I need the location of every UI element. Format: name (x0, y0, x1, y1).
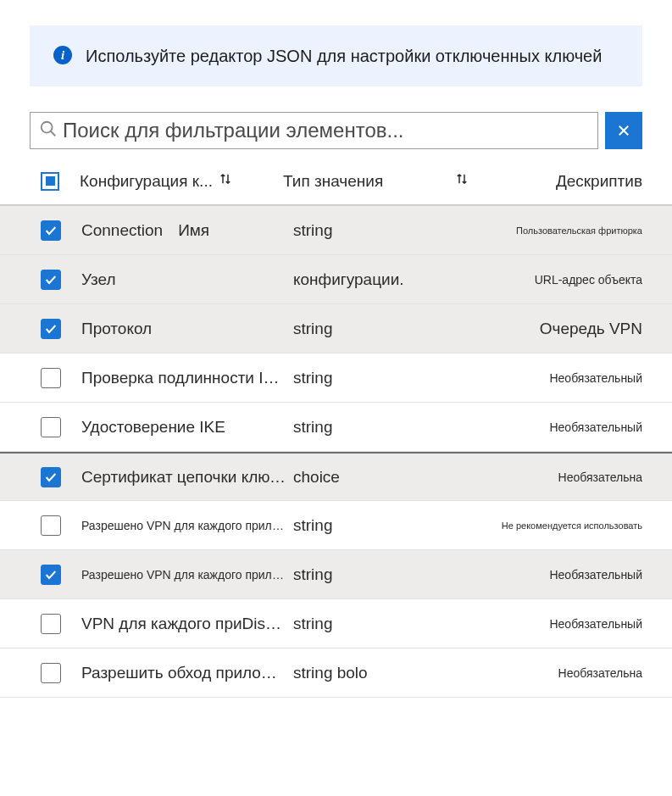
cell-description: Не рекомендуется использовать (454, 520, 642, 531)
row-checkbox[interactable] (41, 319, 61, 339)
column-header-config-label: Конфигурация к... (80, 172, 213, 191)
config-table: Конфигурация к... Тип значения Дескрипти… (0, 161, 672, 698)
cell-config: Узел (81, 270, 293, 289)
table-row[interactable]: VPN для каждого приDisallewияstringНеобя… (0, 599, 672, 648)
cell-config: Сертификат цепочки ключей... (81, 468, 293, 487)
info-icon: i (53, 46, 72, 64)
table-row[interactable]: Удостоверение IKEstringНеобязательный (0, 403, 672, 452)
cell-config: Разрешено VPN для каждого приложения (81, 568, 293, 582)
cell-description: Пользовательская фритюрка (454, 225, 642, 236)
search-input[interactable] (63, 119, 589, 142)
info-banner-text: Используйте редактор JSON для настройки … (86, 44, 602, 68)
cell-type: string (293, 320, 454, 338)
cell-type: string bolo (293, 664, 454, 682)
cell-description: URL-адрес объекта (454, 273, 642, 287)
row-checkbox[interactable] (41, 565, 61, 585)
svg-point-0 (42, 122, 53, 133)
table-header: Конфигурация к... Тип значения Дескрипти… (0, 161, 672, 206)
cell-description: Необязательный (454, 617, 642, 631)
clear-search-button[interactable] (605, 112, 642, 149)
table-row[interactable]: ПротоколstringОчередь VPN (0, 304, 672, 353)
cell-description: Необязательна (454, 666, 642, 680)
search-icon (39, 120, 58, 142)
cell-description: Необязательный (454, 371, 642, 385)
cell-config: ConnectionИмя (81, 221, 293, 240)
cell-type: string (293, 565, 454, 584)
cell-type: string (293, 418, 454, 437)
column-header-description[interactable]: Дескриптив (469, 172, 642, 191)
table-row[interactable]: Разрешить обход приложенийstring boloНео… (0, 648, 672, 698)
cell-type: string (293, 516, 454, 535)
table-row[interactable]: Сертификат цепочки ключей...choiceНеобяз… (0, 452, 672, 501)
table-row[interactable]: Узелконфигурации.URL-адрес объекта (0, 255, 672, 304)
row-checkbox[interactable] (41, 220, 61, 241)
cell-type: string (293, 369, 454, 387)
cell-description: Очередь VPN (454, 320, 642, 338)
svg-line-1 (51, 131, 56, 136)
row-checkbox[interactable] (41, 663, 61, 683)
cell-type: string (293, 221, 454, 240)
row-checkbox[interactable] (41, 270, 61, 290)
cell-type: string (293, 615, 454, 633)
column-header-type-label: Тип значения (283, 172, 383, 191)
cell-config-extra: Имя (178, 221, 209, 239)
table-row[interactable]: Разрешено VPN для каждого приложенияstri… (0, 550, 672, 599)
search-box[interactable] (30, 112, 598, 149)
cell-description: Необязательный (454, 568, 642, 582)
close-icon (616, 123, 631, 138)
cell-type: choice (293, 468, 454, 487)
select-all-checkbox[interactable] (41, 172, 59, 191)
cell-config: Разрешить обход приложений (81, 664, 293, 682)
info-banner: i Используйте редактор JSON для настройк… (30, 25, 642, 86)
sort-icon (454, 171, 469, 191)
table-row[interactable]: Проверка подлинности IPsec...stringНеобя… (0, 353, 672, 403)
cell-type: конфигурации. (293, 270, 454, 289)
column-header-config[interactable]: Конфигурация к... (80, 171, 283, 191)
cell-config: Удостоверение IKE (81, 418, 293, 437)
column-header-type[interactable]: Тип значения (283, 171, 469, 191)
sort-icon (218, 171, 233, 191)
table-row[interactable]: Разрешено VPN для каждого приложенияstri… (0, 501, 672, 550)
column-header-description-label: Дескриптив (556, 172, 642, 190)
row-checkbox[interactable] (41, 368, 61, 388)
cell-config: Разрешено VPN для каждого приложения (81, 519, 293, 532)
cell-description: Необязательна (454, 470, 642, 484)
row-checkbox[interactable] (41, 417, 61, 437)
search-row (30, 112, 642, 149)
cell-description: Необязательный (454, 420, 642, 434)
cell-config: VPN для каждого приDisallewия (81, 615, 293, 633)
cell-config: Проверка подлинности IPsec... (81, 369, 293, 387)
row-checkbox[interactable] (41, 614, 61, 634)
table-row[interactable]: ConnectionИмяstringПользовательская фрит… (0, 206, 672, 255)
row-checkbox[interactable] (41, 467, 61, 487)
row-checkbox[interactable] (41, 515, 61, 536)
cell-config: Протокол (81, 320, 293, 338)
